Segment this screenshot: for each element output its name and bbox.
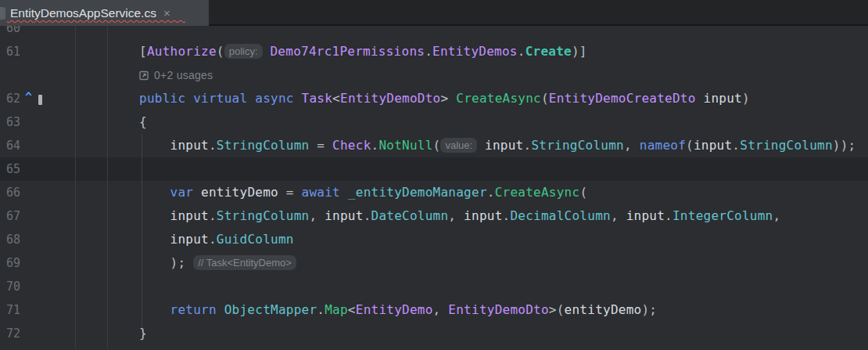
- code-line[interactable]: 70: [0, 275, 868, 298]
- token-kw: var: [170, 185, 194, 200]
- token-punct: ,: [611, 208, 626, 223]
- token-plain: [139, 255, 170, 270]
- line-number[interactable]: 62^: [0, 87, 107, 110]
- token-punct: .: [209, 232, 217, 247]
- code-line[interactable]: 61[Authorize(policy: Demo74rc1Permission…: [0, 40, 868, 63]
- token-prop: ObjectMapper: [224, 302, 317, 317]
- token-plain: [193, 185, 201, 200]
- token-kw: await: [302, 185, 340, 200]
- code-text: return ObjectMapper.Map<EntityDemo, Enti…: [107, 298, 868, 322]
- overrides-member-icon[interactable]: ^: [25, 87, 32, 107]
- line-number[interactable]: 70: [0, 275, 107, 298]
- token-punct: =: [309, 138, 332, 153]
- token-kw: virtual: [193, 91, 247, 106]
- token-punct: ,: [624, 138, 640, 153]
- token-type: EntityDemoDto: [340, 91, 440, 106]
- token-type: Demo74rc1Permissions: [270, 44, 425, 59]
- token-punct: (: [541, 91, 549, 106]
- usages-icon: [139, 70, 149, 81]
- close-icon[interactable]: ×: [163, 7, 170, 19]
- line-number[interactable]: 71: [0, 298, 107, 322]
- token-param: input: [626, 208, 665, 223]
- token-punct: (: [433, 138, 441, 153]
- line-number[interactable]: 67: [0, 204, 107, 228]
- line-number[interactable]: 61: [0, 40, 107, 63]
- token-punct: .: [209, 208, 217, 223]
- code-line[interactable]: 63{: [0, 110, 868, 134]
- token-punct: );: [170, 255, 186, 270]
- token-punct: ,: [448, 208, 464, 223]
- line-number[interactable]: 60: [0, 26, 107, 40]
- token-type: EntityDemos: [432, 44, 518, 59]
- inline-hint: // Task<EntityDemo>: [193, 255, 296, 270]
- token-plain: [185, 91, 193, 106]
- token-prop: DateColumn: [371, 208, 449, 223]
- token-punct: <: [348, 302, 356, 317]
- line-number[interactable]: 72: [0, 322, 107, 345]
- token-punct: }: [139, 326, 147, 341]
- code-editor[interactable]: 6061[Authorize(policy: Demo74rc1Permissi…: [0, 26, 868, 348]
- token-prop: StringColumn: [217, 138, 310, 153]
- token-punct: ,: [433, 302, 449, 317]
- code-line[interactable]: 60: [0, 26, 868, 40]
- line-number[interactable]: 69: [0, 251, 107, 275]
- error-squiggle: [7, 20, 185, 23]
- token-param: input: [485, 138, 523, 153]
- token-punct: ): [742, 91, 750, 106]
- code-vision-usages[interactable]: 0+2 usages: [139, 63, 213, 87]
- token-punct: =: [278, 185, 302, 200]
- code-line[interactable]: 68 input.GuidColumn: [0, 228, 868, 251]
- ide-editor-window: EntityDemosAppService.cs × 6061[Authoriz…: [0, 0, 868, 350]
- token-type: EntityDemo: [356, 302, 433, 317]
- token-kw: nameof: [640, 138, 686, 153]
- code-line[interactable]: 72}: [0, 322, 868, 345]
- code-text: {: [107, 110, 868, 134]
- code-line[interactable]: 71 return ObjectMapper.Map<EntityDemo, E…: [0, 298, 868, 322]
- token-kw: async: [255, 91, 293, 106]
- token-punct: (: [579, 185, 587, 200]
- token-punct: .: [317, 302, 325, 317]
- line-number[interactable]: 66: [0, 181, 107, 204]
- code-text: public virtual async Task<EntityDemoDto>…: [107, 87, 868, 110]
- line-number[interactable]: 68: [0, 228, 107, 251]
- token-prop: IntegerColumn: [673, 208, 773, 223]
- token-prop: GuidColumn: [217, 232, 294, 247]
- token-type: EntityDemoDto: [448, 302, 548, 317]
- line-number[interactable]: 65: [0, 157, 107, 181]
- tab-entitydemosappservice[interactable]: EntityDemosAppService.cs ×: [0, 0, 209, 26]
- token-punct: )]: [572, 44, 587, 59]
- token-prop: StringColumn: [740, 138, 833, 153]
- token-param: input: [170, 138, 209, 153]
- inline-hint: policy:: [224, 44, 263, 59]
- token-plain: [247, 91, 255, 106]
- code-line[interactable]: 0+2 usages: [0, 63, 868, 87]
- token-param: input: [170, 208, 209, 223]
- token-plain: [139, 185, 170, 200]
- code-text: 0+2 usages: [107, 63, 868, 87]
- token-plain: [185, 255, 193, 270]
- token-plain: [217, 302, 224, 317]
- code-line[interactable]: 69 ); // Task<EntityDemo>: [0, 251, 868, 275]
- token-punct: .: [524, 138, 532, 153]
- code-line[interactable]: 64 input.StringColumn = Check.NotNull(va…: [0, 134, 868, 157]
- line-number[interactable]: 63: [0, 110, 107, 134]
- token-plain: [340, 185, 348, 200]
- code-text: }: [107, 322, 868, 345]
- code-line[interactable]: 62^public virtual async Task<EntityDemoD…: [0, 87, 868, 110]
- line-number[interactable]: [0, 63, 107, 87]
- token-plain: [139, 302, 170, 317]
- token-method: Map: [325, 302, 348, 317]
- token-punct: );: [641, 302, 657, 317]
- token-plain: [139, 232, 170, 247]
- code-text: var entityDemo = await _entityDemoManage…: [107, 181, 868, 204]
- code-line[interactable]: 65: [0, 157, 868, 181]
- token-plain: [696, 91, 704, 106]
- token-punct: .: [665, 208, 673, 223]
- line-number[interactable]: 64: [0, 134, 107, 157]
- code-line[interactable]: 67 input.StringColumn, input.DateColumn,…: [0, 204, 868, 228]
- token-punct: .: [209, 138, 217, 153]
- code-text: [107, 157, 868, 181]
- token-method: CreateAsync: [495, 185, 580, 200]
- token-punct: .: [518, 44, 525, 59]
- code-line[interactable]: 66 var entityDemo = await _entityDemoMan…: [0, 181, 868, 204]
